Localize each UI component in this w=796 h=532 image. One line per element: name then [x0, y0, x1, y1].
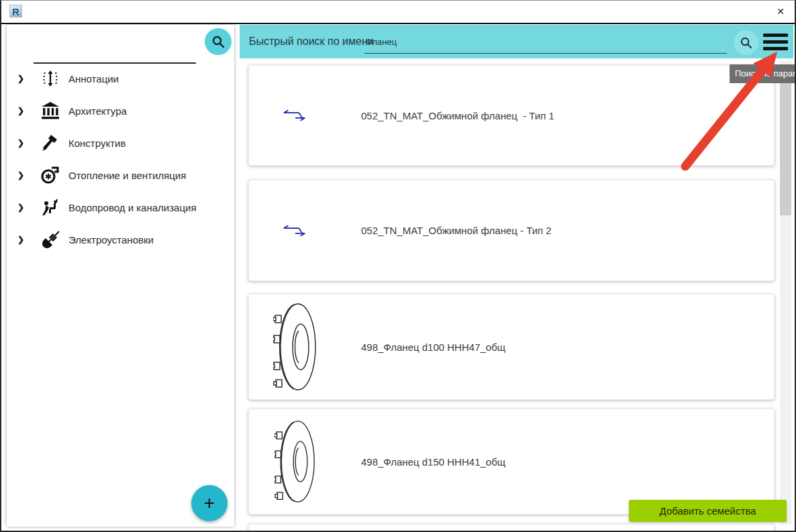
architecture-icon: [39, 100, 62, 121]
quick-search-input[interactable]: [364, 30, 727, 54]
sidebar-search-input[interactable]: [34, 34, 196, 64]
hammer-icon: [39, 132, 62, 154]
sidebar-item-plumbing[interactable]: ❯ Водопровод и канализация: [7, 191, 234, 223]
quick-search-button[interactable]: [734, 30, 758, 55]
plug-icon: [39, 229, 62, 250]
family-symbol-thumbnail-icon: [273, 107, 317, 123]
close-window-button[interactable]: ✕: [772, 3, 789, 19]
sidebar-item-annotations[interactable]: ❯ Аннотации: [7, 62, 234, 95]
search-icon: [211, 35, 225, 48]
family-card[interactable]: 498_Фланец d100 ННН47_общ: [248, 294, 775, 400]
family-name: 052_TN_МАТ_Обжимной фланец - Тип 2: [361, 225, 552, 236]
family-manager-window: R ✕ ❯: [0, 0, 796, 532]
sidebar-item-label: Аннотации: [68, 73, 119, 85]
annotations-icon: [39, 68, 62, 89]
family-card[interactable]: 052_TN_МАТ_Обжимной фланец - Тип 2: [248, 180, 775, 281]
search-by-parameters-tooltip: Поиск по параме: [730, 64, 796, 83]
family-card[interactable]: 052_TN_МАТ_Обжимной фланец - Тип 1: [248, 65, 775, 166]
sidebar-item-electrical[interactable]: ❯ Электроустановки: [7, 223, 234, 256]
plumber-icon: [39, 197, 62, 218]
sidebar-item-label: Архитектура: [68, 105, 127, 117]
family-symbol-thumbnail-icon: [273, 223, 317, 239]
sidebar-item-structural[interactable]: ❯ Конструктив: [7, 127, 234, 159]
category-sidebar: ❯ Аннотации ❯: [7, 25, 234, 527]
category-tree: ❯ Аннотации ❯: [7, 62, 234, 256]
quick-search-label: Быстрый поиск по имени: [249, 25, 374, 58]
sidebar-item-label: Отопление и вентиляция: [68, 170, 186, 181]
titlebar-divider: [1, 23, 795, 24]
titlebar: R ✕: [1, 1, 795, 22]
sidebar-item-architecture[interactable]: ❯ Архитектура: [7, 95, 234, 127]
chevron-right-icon[interactable]: ❯: [17, 106, 27, 115]
add-families-button[interactable]: Добавить семейства: [629, 500, 787, 522]
add-category-button[interactable]: +: [191, 485, 228, 521]
sidebar-item-label: Электроустановки: [68, 234, 154, 246]
family-card[interactable]: 498_Фланец d150 ННН41_общ: [248, 409, 775, 515]
flange-drawing-thumbnail: [273, 301, 317, 393]
family-name: 498_Фланец d100 ННН47_общ: [361, 341, 505, 353]
family-name: 498_Фланец d150 ННН41_общ: [361, 456, 505, 468]
hamburger-menu-icon[interactable]: [763, 34, 788, 50]
family-card-partial[interactable]: [248, 524, 775, 532]
chevron-right-icon[interactable]: ❯: [17, 203, 27, 212]
family-name: 052_TN_МАТ_Обжимной фланец - Тип 1: [361, 110, 554, 121]
sidebar-item-hvac[interactable]: ❯ Отопление и вентиляция: [7, 159, 234, 191]
scrollbar-thumb[interactable]: [780, 64, 791, 215]
sidebar-item-label: Конструктив: [68, 138, 126, 149]
search-icon: [740, 36, 752, 49]
revit-logo-icon: R: [9, 5, 22, 17]
chevron-right-icon[interactable]: ❯: [17, 74, 27, 83]
fan-icon: [39, 164, 62, 186]
results-scrollbar[interactable]: ↓: [780, 61, 791, 525]
sidebar-item-label: Водопровод и канализация: [68, 202, 197, 213]
chevron-right-icon[interactable]: ❯: [17, 235, 27, 244]
flange-drawing-thumbnail: [273, 418, 317, 505]
chevron-right-icon[interactable]: ❯: [17, 138, 27, 148]
quick-search-header: Быстрый поиск по имени: [240, 25, 793, 58]
sidebar-search-button[interactable]: [205, 28, 232, 55]
